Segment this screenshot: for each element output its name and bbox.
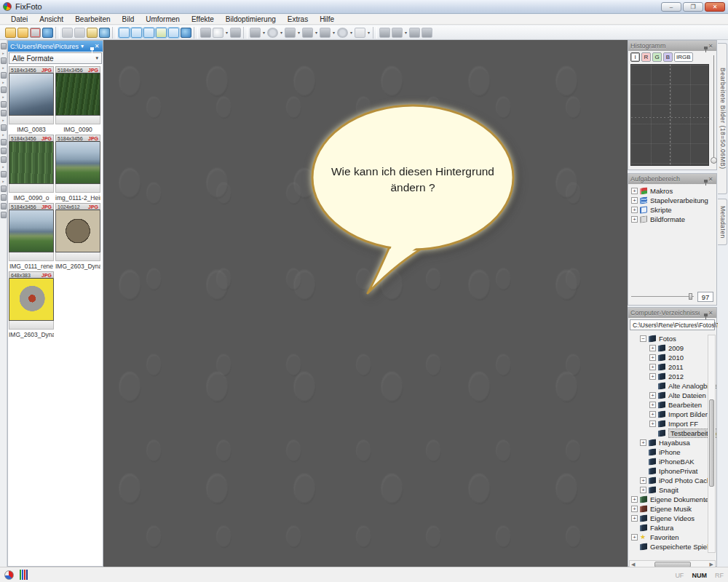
- toolbar-button[interactable]: [250, 28, 261, 38]
- toolbar-button[interactable]: [194, 27, 198, 39]
- directory-tree-item[interactable]: Faktura: [630, 523, 715, 533]
- slider-thumb[interactable]: [689, 293, 692, 300]
- toolbar-button[interactable]: ▾: [331, 28, 336, 38]
- expander-icon[interactable]: [649, 345, 656, 351]
- menu-item[interactable]: Bildoptimierung: [221, 15, 281, 23]
- directory-tree-item[interactable]: Eigene Videos: [630, 514, 715, 523]
- format-filter-select[interactable]: Alle Formate ▾: [9, 52, 102, 64]
- directory-tree-item[interactable]: Bearbeiten: [630, 400, 715, 410]
- toolbar-button[interactable]: [181, 28, 191, 38]
- side-tool-icon[interactable]: [1, 139, 7, 146]
- toolbar-button[interactable]: [422, 28, 432, 38]
- side-tool-icon[interactable]: ▸: [1, 52, 7, 55]
- directory-tree-item[interactable]: 2009: [630, 343, 715, 353]
- expander-icon[interactable]: [631, 534, 638, 541]
- toolbar-button[interactable]: ▾: [296, 28, 301, 38]
- side-tool-icon[interactable]: ▸: [1, 119, 7, 122]
- side-tool-icon[interactable]: ▸: [1, 66, 7, 70]
- directory-tree-item[interactable]: 2012: [630, 372, 715, 381]
- channel-button[interactable]: G: [652, 52, 662, 62]
- directory-tree-item[interactable]: iPhone: [630, 447, 715, 457]
- side-tool-icon[interactable]: [1, 194, 7, 201]
- toolbar-button[interactable]: [213, 28, 223, 38]
- expander-icon[interactable]: [649, 411, 656, 418]
- side-tool-icon[interactable]: [1, 212, 7, 218]
- directory-tree-item[interactable]: iPod Photo Cache: [630, 476, 715, 485]
- toolbar-button[interactable]: [87, 28, 98, 38]
- expander-icon[interactable]: [631, 506, 638, 512]
- toolbar-button[interactable]: [17, 28, 28, 38]
- directory-tree-item[interactable]: Fotos: [630, 334, 715, 343]
- directory-tree-item[interactable]: Testbearbeitung: [630, 428, 715, 438]
- toolbar-button[interactable]: [168, 28, 179, 38]
- toolbar-button[interactable]: [392, 28, 403, 38]
- thumbnail-item[interactable]: 648x383 JPG IMG_2603_Dyna...: [9, 271, 54, 338]
- directory-tree-item[interactable]: Alte Analogbilder: [630, 381, 715, 391]
- thumbnail-image[interactable]: [55, 210, 100, 252]
- expander-icon[interactable]: [631, 197, 638, 204]
- thumbnail-image[interactable]: [9, 210, 54, 252]
- tasks-tree-item[interactable]: Skripte: [630, 205, 715, 215]
- directory-tree-item[interactable]: 2011: [630, 362, 715, 372]
- expander-icon[interactable]: [649, 364, 656, 370]
- toolbar-button[interactable]: [409, 28, 420, 38]
- channel-button[interactable]: R: [641, 52, 651, 62]
- side-tool-icon[interactable]: [1, 203, 7, 210]
- toolbar-button[interactable]: [373, 27, 377, 39]
- menu-item[interactable]: Bild: [117, 15, 140, 23]
- histogram-scale-slider[interactable]: [713, 55, 714, 164]
- thumbnail-image[interactable]: [9, 279, 54, 321]
- directory-tree-item[interactable]: Import Bilder: [630, 410, 715, 419]
- close-button[interactable]: ✕: [705, 2, 725, 12]
- menu-item[interactable]: Bearbeiten: [70, 15, 115, 23]
- toolbar-button[interactable]: [131, 28, 142, 38]
- toolbar-button[interactable]: [74, 28, 85, 38]
- directory-tree-item[interactable]: Import FF: [630, 419, 715, 428]
- toolbar-button[interactable]: [42, 28, 53, 38]
- toolbar-button[interactable]: [62, 28, 73, 38]
- menu-item[interactable]: Datei: [6, 15, 33, 23]
- directory-tree-item[interactable]: Eigene Musik: [630, 504, 715, 514]
- thumbnail-item[interactable]: 5184x3456 JPG img_0111-2_Heinz: [55, 135, 100, 202]
- thumbnail-image[interactable]: [55, 73, 100, 116]
- toolbar-button[interactable]: [230, 28, 241, 38]
- expander-icon[interactable]: [640, 487, 646, 493]
- directory-tree-item[interactable]: Favoriten: [630, 533, 715, 542]
- side-tool-icon[interactable]: [1, 101, 7, 108]
- close-icon[interactable]: ✕: [93, 43, 100, 49]
- toolbar-button[interactable]: ▾: [366, 28, 371, 38]
- menu-item[interactable]: Extras: [282, 15, 313, 23]
- toolbar-button[interactable]: [119, 28, 130, 38]
- toolbar-button[interactable]: ▾: [224, 28, 229, 38]
- toolbar-button[interactable]: [379, 28, 390, 38]
- side-tool-icon[interactable]: [1, 148, 7, 154]
- toolbar-button[interactable]: [112, 27, 116, 39]
- toolbar-button[interactable]: [337, 28, 348, 38]
- toolbar-button[interactable]: ▾: [314, 28, 319, 38]
- close-icon[interactable]: ✕: [707, 176, 714, 183]
- tasks-tree-item[interactable]: Stapelverarbeitung: [630, 196, 715, 205]
- channel-button[interactable]: B: [663, 52, 673, 62]
- side-tool-icon[interactable]: ▸: [1, 95, 7, 99]
- side-tool-icon[interactable]: [1, 57, 7, 64]
- toolbar-button[interactable]: [320, 28, 331, 38]
- toolbar-button[interactable]: [143, 28, 154, 38]
- directory-tree-item[interactable]: Alte Dateien: [630, 391, 715, 400]
- directory-path-select[interactable]: C:\Users\Rene\Pictures\Fotos\Testbearbe: [630, 319, 715, 330]
- expander-icon[interactable]: [649, 420, 656, 427]
- expander-icon[interactable]: [649, 373, 656, 380]
- thumbnail-item[interactable]: 1024x612 JPG IMG_2603_Dyna..: [55, 203, 100, 270]
- vertical-scrollbar[interactable]: [708, 335, 716, 553]
- side-tool-icon[interactable]: [1, 72, 7, 79]
- directory-tree-item[interactable]: Hayabusa: [630, 438, 715, 447]
- toolbar-button[interactable]: [302, 28, 313, 38]
- scrollbar-thumb[interactable]: [709, 399, 714, 487]
- side-tool-icon[interactable]: ▸: [1, 133, 7, 137]
- toolbar-button[interactable]: [99, 28, 110, 38]
- browser-header[interactable]: C:\Users\Rene\Pictures\F...o\T ▾ ✕: [8, 41, 103, 52]
- channel-button[interactable]: I: [630, 52, 640, 62]
- expander-icon[interactable]: [631, 216, 638, 223]
- directory-tree-item[interactable]: Gespeicherte Spiele: [630, 542, 715, 551]
- side-tool-icon[interactable]: ▸: [1, 165, 7, 169]
- thumbnail-item[interactable]: 5184x3456 JPG IMG_0090: [55, 66, 100, 133]
